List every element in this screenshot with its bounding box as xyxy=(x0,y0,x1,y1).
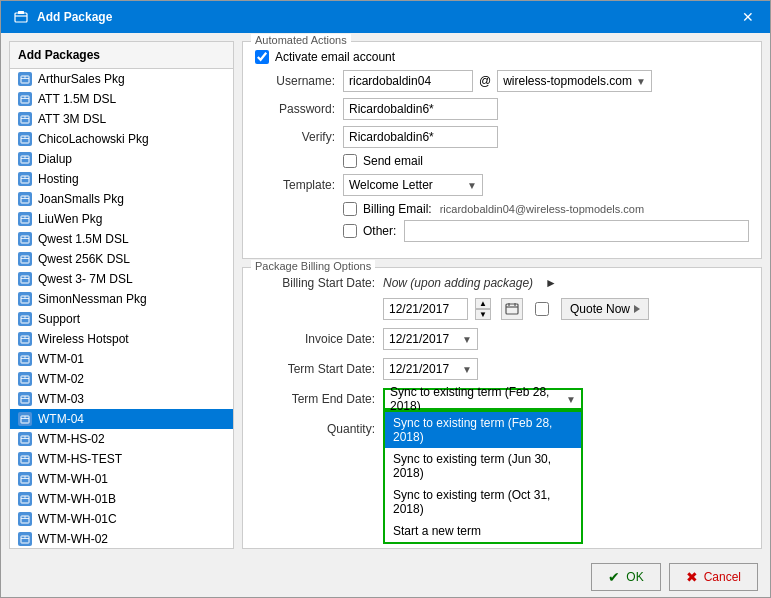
package-item[interactable]: Support xyxy=(10,309,233,329)
close-button[interactable]: ✕ xyxy=(738,7,758,27)
add-package-dialog: Add Package ✕ Add Packages ArthurSales P… xyxy=(0,0,771,598)
dropdown-option[interactable]: Sync to existing term (Jun 30, 2018) xyxy=(385,448,581,484)
invoice-date-input[interactable]: 12/21/2017 ▼ xyxy=(383,328,478,350)
dropdown-option[interactable]: Start a new term xyxy=(385,520,581,542)
billing-email-label[interactable]: Billing Email: xyxy=(343,202,432,216)
billing-section-title: Package Billing Options xyxy=(251,260,375,272)
invoice-date-row: Invoice Date: 12/21/2017 ▼ xyxy=(255,328,749,350)
domain-selector[interactable]: wireless-topmodels.com ▼ xyxy=(497,70,652,92)
package-item[interactable]: WTM-HS-TEST xyxy=(10,449,233,469)
package-item[interactable]: WTM-WH-01 xyxy=(10,469,233,489)
activate-email-checkbox[interactable] xyxy=(255,50,269,64)
svg-rect-75 xyxy=(506,304,518,314)
package-item-label: WTM-03 xyxy=(38,392,84,406)
box-icon xyxy=(20,174,30,184)
title-bar-left: Add Package xyxy=(13,9,112,25)
package-item-icon xyxy=(18,412,32,426)
billing-section: Package Billing Options Billing Start Da… xyxy=(242,267,762,549)
package-item[interactable]: JoanSmalls Pkg xyxy=(10,189,233,209)
billing-date-input[interactable]: 12/21/2017 xyxy=(383,298,468,320)
arrow-icon: ► xyxy=(545,276,557,290)
package-item[interactable]: Wireless Hotspot xyxy=(10,329,233,349)
package-item[interactable]: ArthurSales Pkg xyxy=(10,69,233,89)
password-row: Password: xyxy=(255,98,749,120)
package-item-label: WTM-WH-02 xyxy=(38,532,108,546)
package-item[interactable]: WTM-01 xyxy=(10,349,233,369)
package-item[interactable]: ATT 3M DSL xyxy=(10,109,233,129)
term-end-selector[interactable]: Sync to existing term (Feb 28, 2018) ▼ xyxy=(383,388,583,410)
package-item[interactable]: Dialup xyxy=(10,149,233,169)
package-item[interactable]: WTM-HS-02 xyxy=(10,429,233,449)
activate-email-label[interactable]: Activate email account xyxy=(255,50,395,64)
other-input[interactable] xyxy=(404,220,749,242)
package-item-label: Qwest 3- 7M DSL xyxy=(38,272,133,286)
package-item-label: JoanSmalls Pkg xyxy=(38,192,124,206)
package-item[interactable]: WTM-WH-02 xyxy=(10,529,233,548)
dropdown-option[interactable]: Sync to existing term (Feb 28, 2018) xyxy=(385,412,581,448)
package-item[interactable]: SimonNessman Pkg xyxy=(10,289,233,309)
package-item[interactable]: Hosting xyxy=(10,169,233,189)
svg-rect-0 xyxy=(15,13,27,22)
ok-check-icon: ✔ xyxy=(608,569,620,585)
activate-email-row: Activate email account xyxy=(255,50,749,64)
package-item-icon xyxy=(18,332,32,346)
billing-start-label: Billing Start Date: xyxy=(255,276,375,290)
package-item[interactable]: Qwest 3- 7M DSL xyxy=(10,269,233,289)
box-icon xyxy=(20,374,30,384)
box-icon xyxy=(20,94,30,104)
box-icon xyxy=(20,294,30,304)
package-item-label: Support xyxy=(38,312,80,326)
package-item[interactable]: WTM-WH-01B xyxy=(10,489,233,509)
cancel-button[interactable]: ✖ Cancel xyxy=(669,563,758,591)
package-item-label: ATT 3M DSL xyxy=(38,112,106,126)
package-item[interactable]: Qwest 256K DSL xyxy=(10,249,233,269)
send-email-label[interactable]: Send email xyxy=(343,154,423,168)
dropdown-option[interactable]: Sync to existing term (Oct 31, 2018) xyxy=(385,484,581,520)
other-label[interactable]: Other: xyxy=(343,224,396,238)
template-label: Template: xyxy=(255,178,335,192)
package-item-icon xyxy=(18,112,32,126)
box-icon xyxy=(20,134,30,144)
package-item[interactable]: LiuWen Pkg xyxy=(10,209,233,229)
date-down-button[interactable]: ▼ xyxy=(475,309,491,320)
ok-button[interactable]: ✔ OK xyxy=(591,563,660,591)
package-item[interactable]: ATT 1.5M DSL xyxy=(10,89,233,109)
date-spinner: ▲ ▼ xyxy=(475,298,491,320)
verify-input[interactable] xyxy=(343,126,498,148)
password-input[interactable] xyxy=(343,98,498,120)
box-icon xyxy=(20,474,30,484)
template-selector[interactable]: Welcome Letter ▼ xyxy=(343,174,483,196)
billing-start-row: Billing Start Date: Now (upon adding pac… xyxy=(255,276,749,290)
date-up-button[interactable]: ▲ xyxy=(475,298,491,309)
box-icon xyxy=(20,274,30,284)
billing-email-checkbox[interactable] xyxy=(343,202,357,216)
calendar-button[interactable] xyxy=(501,298,523,320)
other-row: Other: xyxy=(343,220,749,242)
package-item[interactable]: WTM-02 xyxy=(10,369,233,389)
send-email-checkbox[interactable] xyxy=(343,154,357,168)
term-start-input[interactable]: 12/21/2017 ▼ xyxy=(383,358,478,380)
quantity-label: Quantity: xyxy=(255,422,375,436)
box-icon xyxy=(20,74,30,84)
package-item[interactable]: WTM-WH-01C xyxy=(10,509,233,529)
main-content: Add Packages ArthurSales Pkg ATT 1.5M DS… xyxy=(1,33,770,557)
other-checkbox[interactable] xyxy=(343,224,357,238)
package-item-icon xyxy=(18,252,32,266)
package-item-label: WTM-04 xyxy=(38,412,84,426)
package-item-icon xyxy=(18,432,32,446)
box-icon xyxy=(20,194,30,204)
cancel-x-icon: ✖ xyxy=(686,569,698,585)
username-input[interactable] xyxy=(343,70,473,92)
package-item[interactable]: WTM-03 xyxy=(10,389,233,409)
quote-checkbox[interactable] xyxy=(535,302,549,316)
package-item-icon xyxy=(18,392,32,406)
package-item[interactable]: ChicoLachowski Pkg xyxy=(10,129,233,149)
package-item-label: WTM-HS-TEST xyxy=(38,452,122,466)
box-icon xyxy=(20,154,30,164)
package-item[interactable]: WTM-04 xyxy=(10,409,233,429)
package-item-icon xyxy=(18,352,32,366)
package-item[interactable]: Qwest 1.5M DSL xyxy=(10,229,233,249)
package-item-icon xyxy=(18,312,32,326)
email-row: @ wireless-topmodels.com ▼ xyxy=(343,70,652,92)
quote-now-button[interactable]: Quote Now xyxy=(561,298,649,320)
